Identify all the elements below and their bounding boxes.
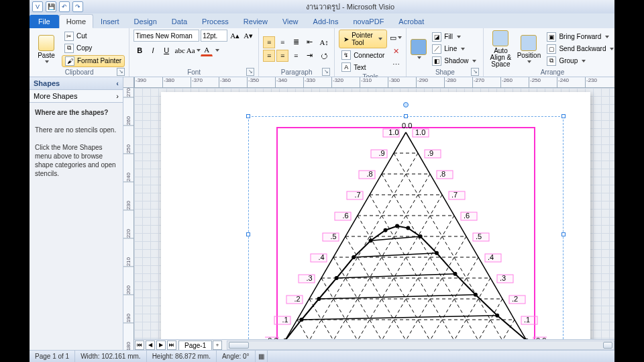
grow-font-button[interactable]: A▴ <box>229 30 241 42</box>
scissors-icon: ✂ <box>64 32 74 41</box>
svg-text:0.0: 0.0 <box>402 122 412 130</box>
status-height: Height: 86.872 mm. <box>147 351 217 362</box>
more-tools[interactable]: ⋯ <box>390 58 402 71</box>
paste-button[interactable]: Paste <box>34 30 59 68</box>
shapes-pane-header[interactable]: Shapes‹ <box>30 77 123 90</box>
line-button[interactable]: ／Line <box>429 44 479 54</box>
rotate-text[interactable]: ⭯ <box>318 50 330 62</box>
clipboard-dialog-launcher[interactable]: ↘ <box>117 68 125 76</box>
position-icon <box>521 35 537 51</box>
ternary-diagram[interactable]: 1.01.00.0.9.9.1.8.8.2.7.7.3.6.6.4.5.5.5.… <box>265 119 547 339</box>
auto-align-button[interactable]: Auto Align & Space <box>488 30 513 68</box>
align-top-left[interactable]: ≡ <box>263 36 275 48</box>
ruler-horizontal[interactable]: -390-380-370-360-350-340-330-320-310-300… <box>134 77 614 88</box>
copy-button[interactable]: ⧉Copy <box>62 43 125 54</box>
svg-text:.4: .4 <box>488 253 494 261</box>
shrink-font-button[interactable]: A▾ <box>242 30 254 42</box>
underline-button[interactable]: U <box>160 44 172 56</box>
bold-button[interactable]: B <box>133 44 146 56</box>
tab-addins[interactable]: Add-Ins <box>306 14 346 28</box>
font-dialog-launcher[interactable]: ↘ <box>246 68 254 76</box>
save-icon[interactable]: 💾 <box>46 1 56 12</box>
tab-insert[interactable]: Insert <box>93 14 127 28</box>
shadow-button[interactable]: ◧Shadow <box>429 56 479 66</box>
copy-icon: ⧉ <box>64 44 74 53</box>
page-next[interactable]: ▶ <box>156 341 166 350</box>
font-color-button[interactable]: A <box>201 44 213 56</box>
svg-text:.3: .3 <box>306 274 312 282</box>
svg-line-115 <box>371 236 421 240</box>
svg-text:1.0: 1.0 <box>388 128 398 136</box>
case-button[interactable]: Aa <box>187 44 199 56</box>
tab-home[interactable]: Home <box>59 14 93 28</box>
indent-inc[interactable]: ⇥ <box>303 50 315 62</box>
tab-process[interactable]: Process <box>195 14 236 28</box>
tab-data[interactable]: Data <box>164 14 195 28</box>
redo-icon[interactable]: ↷ <box>72 1 83 12</box>
svg-text:.8: .8 <box>439 170 445 178</box>
tab-view[interactable]: View <box>275 14 306 28</box>
align-mid-center[interactable]: ≡ <box>276 50 288 62</box>
tab-file[interactable]: File <box>30 15 59 28</box>
group-button[interactable]: ⧉Group <box>544 56 616 66</box>
svg-text:.2: .2 <box>512 295 518 303</box>
new-page[interactable]: ＋ <box>213 341 222 350</box>
page-prev[interactable]: ◀ <box>146 341 155 350</box>
svg-text:.7: .7 <box>354 191 360 199</box>
hscrollbar[interactable] <box>227 341 614 350</box>
tab-acrobat[interactable]: Acrobat <box>391 14 431 28</box>
paragraph-dialog-launcher[interactable]: ↘ <box>322 68 330 76</box>
font-size-combo[interactable] <box>201 30 227 42</box>
align-top-center[interactable]: ≡ <box>276 36 288 48</box>
svg-text:.6: .6 <box>342 212 348 220</box>
bring-forward-button[interactable]: ▣Bring Forward <box>544 32 616 42</box>
delete-connector[interactable]: ✕ <box>390 45 402 57</box>
shapes-hint-title: Where are the shapes? <box>35 109 108 116</box>
italic-button[interactable]: I <box>147 44 159 56</box>
svg-text:.4: .4 <box>318 253 324 261</box>
send-backward-button[interactable]: ▢Send Backward <box>544 44 616 54</box>
font-family-combo[interactable] <box>133 30 199 42</box>
indent-dec[interactable]: ⇤ <box>303 36 315 48</box>
visio-app-icon[interactable]: V <box>32 1 43 12</box>
more-shapes-button[interactable]: More Shapes› <box>30 90 123 103</box>
drawing-canvas[interactable]: -390-380-370-360-350-340-330-320-310-300… <box>123 77 614 350</box>
window-title: งานวาดรูป - Microsoft Visio <box>86 1 614 13</box>
undo-icon[interactable]: ↶ <box>59 1 70 12</box>
svg-text:.8: .8 <box>366 170 372 178</box>
drawing-page[interactable]: 1.01.00.0.9.9.1.8.8.2.7.7.3.6.6.4.5.5.5.… <box>161 92 590 339</box>
status-page[interactable]: Page 1 of 1 <box>30 351 75 362</box>
svg-line-28 <box>394 153 502 339</box>
align-mid-right[interactable]: ≡ <box>290 50 302 62</box>
tab-novapdf[interactable]: novaPDF <box>346 14 392 28</box>
rectangle-tool[interactable]: ▭ <box>390 32 402 44</box>
page-first[interactable]: ⏮ <box>135 341 144 350</box>
line-icon: ／ <box>432 44 441 54</box>
format-painter-button[interactable]: 🖌Format Painter <box>62 55 125 67</box>
tab-review[interactable]: Review <box>236 14 275 28</box>
text-icon: A <box>341 62 351 72</box>
tab-design[interactable]: Design <box>127 14 164 28</box>
shape-dialog-launcher[interactable]: ↘ <box>471 68 479 76</box>
rotation-handle[interactable] <box>403 102 409 107</box>
ruler-vertical[interactable]: 270260250240230220210200190180 <box>123 88 134 350</box>
bullets-button[interactable]: ≣ <box>290 36 302 48</box>
svg-line-112 <box>319 295 475 299</box>
pointer-tool-button[interactable]: ➤Pointer Tool <box>339 30 387 48</box>
fill-button[interactable]: ◪Fill <box>429 32 479 42</box>
position-button[interactable]: Position <box>516 30 541 68</box>
connector-tool-button[interactable]: ↯Connector <box>339 50 387 60</box>
title-bar: V 💾 ↶ ↷ งานวาดรูป - Microsoft Visio <box>30 0 614 13</box>
strike-button[interactable]: abc <box>174 44 186 56</box>
status-macro[interactable]: ▦ <box>256 351 268 362</box>
page-tab-1[interactable]: Page-1 <box>178 341 212 350</box>
align-mid-left[interactable]: ≡ <box>263 50 275 62</box>
cut-button[interactable]: ✂Cut <box>62 31 125 42</box>
text-tool-button[interactable]: AText <box>339 62 387 73</box>
quick-styles[interactable] <box>411 30 427 68</box>
page-last[interactable]: ⏭ <box>167 341 176 350</box>
shapes-hint-1: There are no stencils open. <box>35 126 117 134</box>
svg-line-10 <box>321 278 358 339</box>
text-direction[interactable]: A↕ <box>318 36 330 48</box>
svg-text:.2: .2 <box>294 295 300 303</box>
